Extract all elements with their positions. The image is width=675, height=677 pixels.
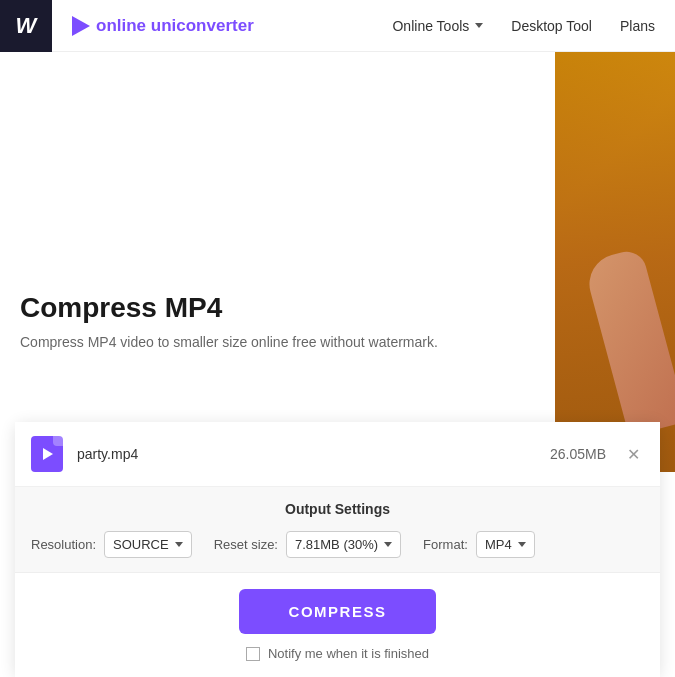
page-title: Compress MP4 [20,292,438,324]
reset-size-arrow [384,542,392,547]
resolution-label: Resolution: [31,537,96,552]
compress-section: COMPRESS Notify me when it is finished [15,572,660,677]
reset-size-select[interactable]: 7.81MB (30%) [286,531,401,558]
file-card: party.mp4 26.05MB ✕ Output Settings Reso… [15,422,660,677]
logo-letter: W [16,13,37,39]
output-settings: Output Settings Resolution: SOURCE Reset… [15,487,660,572]
reset-size-value: 7.81MB (30%) [295,537,378,552]
online-tools-nav[interactable]: Online Tools [392,18,483,34]
brand-logo: online uniconverter [72,16,254,36]
wondershare-logo: W [0,0,52,52]
format-group: Format: MP4 [423,531,535,558]
file-play-icon [43,448,53,460]
page-subtitle: Compress MP4 video to smaller size onlin… [20,334,438,350]
notify-label: Notify me when it is finished [268,646,429,661]
play-icon [72,16,90,36]
plans-nav[interactable]: Plans [620,18,655,34]
tools-dropdown-arrow [475,23,483,28]
resolution-select[interactable]: SOURCE [104,531,192,558]
file-name: party.mp4 [77,446,138,462]
format-arrow [518,542,526,547]
file-size: 26.05MB [550,446,606,462]
brand-name-colored: uniconverter [151,16,254,35]
compress-button[interactable]: COMPRESS [239,589,437,634]
format-label: Format: [423,537,468,552]
resolution-group: Resolution: SOURCE [31,531,192,558]
format-select[interactable]: MP4 [476,531,535,558]
hero-image [555,52,675,472]
resolution-arrow [175,542,183,547]
close-file-button[interactable]: ✕ [622,443,644,465]
settings-title: Output Settings [31,501,644,517]
notify-checkbox[interactable] [246,647,260,661]
resolution-value: SOURCE [113,537,169,552]
desktop-tool-nav[interactable]: Desktop Tool [511,18,592,34]
main-content: Compress MP4 Compress MP4 video to small… [0,52,675,677]
brand-name-regular: online [96,16,151,35]
reset-size-group: Reset size: 7.81MB (30%) [214,531,401,558]
header-nav: Online Tools Desktop Tool Plans [392,18,655,34]
format-value: MP4 [485,537,512,552]
text-section: Compress MP4 Compress MP4 video to small… [20,292,438,350]
file-row: party.mp4 26.05MB ✕ [15,422,660,487]
reset-size-label: Reset size: [214,537,278,552]
settings-row: Resolution: SOURCE Reset size: 7.81MB (3… [31,531,644,558]
file-icon [31,436,63,472]
header: W online uniconverter Online Tools Deskt… [0,0,675,52]
brand-name: online uniconverter [96,16,254,36]
notify-row: Notify me when it is finished [246,646,429,661]
